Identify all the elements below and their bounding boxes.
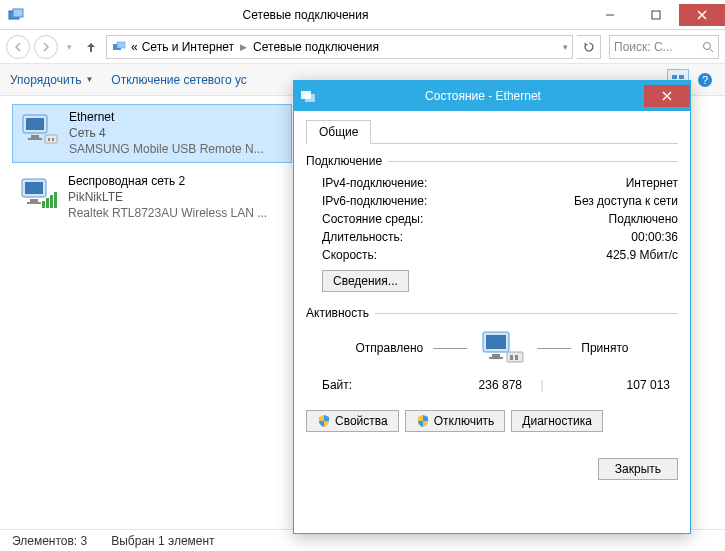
svg-rect-3	[652, 11, 660, 19]
ipv6-label: IPv6-подключение:	[322, 194, 427, 208]
connection-adapter: Realtek RTL8723AU Wireless LAN ...	[68, 205, 267, 221]
properties-button[interactable]: Свойства	[306, 410, 399, 432]
svg-rect-7	[117, 42, 125, 48]
help-button[interactable]: ?	[695, 70, 715, 90]
details-button[interactable]: Сведения...	[322, 270, 409, 292]
shield-icon	[317, 414, 331, 428]
connection-adapter: SAMSUNG Mobile USB Remote N...	[69, 141, 264, 157]
svg-rect-1	[13, 9, 23, 17]
breadcrumb-root[interactable]: Сеть и Интернет	[142, 40, 234, 54]
breadcrumb-prefix: «	[131, 40, 138, 54]
duration-label: Длительность:	[322, 230, 403, 244]
svg-rect-37	[492, 354, 500, 357]
svg-rect-22	[52, 138, 54, 141]
connection-name: Беспроводная сеть 2	[68, 173, 267, 189]
bytes-divider: |	[522, 378, 562, 392]
window-titlebar: Сетевые подключения	[0, 0, 725, 30]
bytes-received-value: 107 013	[562, 378, 678, 392]
svg-rect-11	[679, 75, 684, 79]
ipv4-label: IPv4-подключение:	[322, 176, 427, 190]
disable-label: Отключить	[434, 414, 495, 428]
navigation-bar: ▾ « Сеть и Интернет ▶ Сетевые подключени…	[0, 30, 725, 64]
organize-menu[interactable]: Упорядочить ▼	[10, 73, 93, 87]
status-item-count: Элементов: 3	[12, 534, 87, 548]
up-button[interactable]	[80, 36, 102, 58]
connection-name: Ethernet	[69, 109, 264, 125]
svg-rect-20	[45, 135, 57, 143]
breadcrumb-separator: ▶	[238, 42, 249, 52]
svg-rect-26	[27, 202, 41, 204]
svg-rect-10	[672, 75, 677, 79]
search-input[interactable]: Поиск: С...	[609, 35, 719, 59]
svg-rect-21	[48, 138, 50, 141]
svg-rect-30	[54, 192, 57, 208]
connection-item-wifi[interactable]: Беспроводная сеть 2 PikNikLTE Realtek RT…	[12, 169, 292, 226]
svg-rect-18	[31, 135, 39, 138]
status-selected-count: Выбран 1 элемент	[111, 534, 214, 548]
svg-rect-29	[50, 195, 53, 208]
group-connection: Подключение	[306, 154, 678, 168]
disable-label: Отключение сетевого ус	[111, 73, 246, 87]
speed-value: 425.9 Мбит/с	[606, 248, 678, 262]
ethernet-icon	[19, 109, 61, 149]
connection-subtitle: Сеть 4	[69, 125, 264, 141]
refresh-button[interactable]	[577, 35, 601, 59]
window-title: Сетевые подключения	[24, 8, 587, 22]
breadcrumb-leaf[interactable]: Сетевые подключения	[253, 40, 379, 54]
ipv4-value: Интернет	[626, 176, 678, 190]
svg-rect-41	[515, 355, 518, 360]
dialog-icon	[300, 88, 316, 104]
history-dropdown[interactable]: ▾	[62, 42, 76, 52]
activity-icon	[477, 328, 527, 368]
svg-rect-25	[30, 199, 38, 202]
minimize-button[interactable]	[587, 4, 633, 26]
dialog-titlebar[interactable]: Состояние - Ethernet	[294, 81, 690, 111]
wifi-icon	[18, 173, 60, 213]
maximize-button[interactable]	[633, 4, 679, 26]
network-icon	[111, 39, 127, 55]
dialog-close-button[interactable]	[644, 85, 690, 107]
media-state-value: Подключено	[609, 212, 678, 226]
svg-rect-32	[305, 94, 315, 102]
media-state-label: Состояние среды:	[322, 212, 423, 226]
svg-rect-24	[25, 182, 43, 194]
received-label: Принято	[581, 341, 628, 355]
group-connection-label: Подключение	[306, 154, 382, 168]
disable-device-button[interactable]: Отключение сетевого ус	[111, 73, 246, 87]
bytes-sent-value: 236 878	[422, 378, 522, 392]
search-placeholder: Поиск: С...	[614, 40, 698, 54]
svg-rect-36	[486, 335, 506, 349]
ipv6-value: Без доступа к сети	[574, 194, 678, 208]
chevron-down-icon: ▼	[85, 75, 93, 84]
svg-line-9	[710, 49, 713, 52]
back-button[interactable]	[6, 35, 30, 59]
duration-value: 00:00:36	[631, 230, 678, 244]
organize-label: Упорядочить	[10, 73, 81, 87]
svg-rect-28	[46, 198, 49, 208]
shield-icon	[416, 414, 430, 428]
disable-button[interactable]: Отключить	[405, 410, 506, 432]
search-icon	[702, 41, 714, 53]
group-activity: Активность	[306, 306, 678, 320]
close-button[interactable]	[679, 4, 725, 26]
bytes-label: Байт:	[322, 378, 422, 392]
svg-text:?: ?	[702, 74, 708, 86]
svg-rect-27	[42, 201, 45, 208]
properties-label: Свойства	[335, 414, 388, 428]
forward-button[interactable]	[34, 35, 58, 59]
address-bar[interactable]: « Сеть и Интернет ▶ Сетевые подключения …	[106, 35, 573, 59]
address-dropdown-icon[interactable]: ▾	[563, 42, 568, 52]
svg-rect-19	[28, 138, 42, 140]
status-dialog: Состояние - Ethernet Общие Подключение I…	[293, 80, 691, 534]
dialog-title: Состояние - Ethernet	[322, 89, 644, 103]
connection-item-ethernet[interactable]: Ethernet Сеть 4 SAMSUNG Mobile USB Remot…	[12, 104, 292, 163]
svg-point-8	[704, 42, 711, 49]
connection-subtitle: PikNikLTE	[68, 189, 267, 205]
tab-general[interactable]: Общие	[306, 120, 371, 144]
diagnose-button[interactable]: Диагностика	[511, 410, 603, 432]
svg-rect-17	[26, 118, 44, 130]
svg-rect-40	[510, 355, 513, 360]
close-dialog-button[interactable]: Закрыть	[598, 458, 678, 480]
tab-strip: Общие	[306, 119, 678, 144]
speed-label: Скорость:	[322, 248, 377, 262]
